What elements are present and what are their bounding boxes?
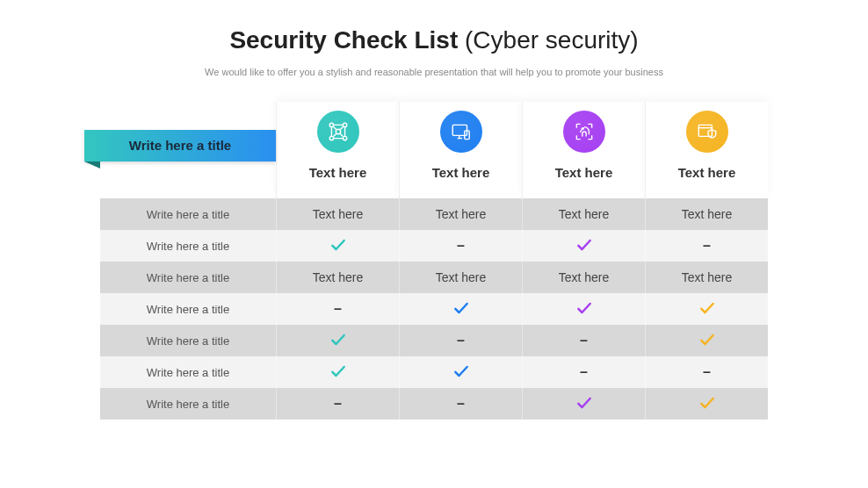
table-cell xyxy=(645,293,768,325)
network-icon xyxy=(317,111,359,153)
table-cell: – xyxy=(276,388,399,420)
table-cell xyxy=(645,325,768,356)
table-cell xyxy=(522,388,645,420)
table-cell xyxy=(276,325,399,356)
check-icon xyxy=(698,299,716,319)
table-cell: Text here xyxy=(522,262,645,293)
table-row: Write here a title–– xyxy=(100,388,768,420)
header-label-2: Text here xyxy=(432,165,490,180)
table-cell: Text here xyxy=(522,198,645,230)
table-cell xyxy=(399,356,522,388)
check-icon xyxy=(329,362,347,383)
row-label: Write here a title xyxy=(100,198,276,230)
check-icon xyxy=(698,331,716,351)
comparison-table: Write here a title Text here xyxy=(100,102,768,420)
title-bold: Security Check List xyxy=(229,26,458,54)
table-cell: – xyxy=(645,230,768,262)
table-cell: – xyxy=(522,356,645,388)
dash-icon: – xyxy=(457,396,465,412)
header-label-3: Text here xyxy=(555,165,613,180)
table-row: Write here a title–– xyxy=(100,325,768,356)
dash-icon: – xyxy=(457,238,465,254)
table-cell: – xyxy=(276,293,399,325)
browser-shield-icon xyxy=(686,111,728,153)
table-cell xyxy=(522,230,645,262)
table-cell: Text here xyxy=(276,198,399,230)
svg-point-0 xyxy=(329,123,333,126)
check-icon xyxy=(329,236,347,256)
svg-point-4 xyxy=(336,129,340,133)
header-label-cell: Write here a title xyxy=(100,102,276,198)
table-cell xyxy=(645,388,768,420)
title-light: (Cyber security) xyxy=(458,26,638,54)
header-col-1: Text here xyxy=(276,102,399,198)
row-label: Write here a title xyxy=(100,388,276,420)
dash-icon: – xyxy=(703,364,711,380)
dash-icon: – xyxy=(580,364,588,380)
table-cell: – xyxy=(522,325,645,356)
svg-point-1 xyxy=(343,123,346,126)
check-icon xyxy=(329,331,347,351)
table-row: Write here a title– xyxy=(100,293,768,325)
table-cell xyxy=(399,293,522,325)
monitor-icon xyxy=(440,111,482,153)
table-cell: Text here xyxy=(645,262,768,293)
fingerprint-icon xyxy=(563,111,605,153)
dash-icon: – xyxy=(580,333,588,348)
dash-icon: – xyxy=(457,333,465,348)
table-cell: Text here xyxy=(276,262,399,293)
svg-point-2 xyxy=(329,136,333,140)
dash-icon: – xyxy=(334,396,342,412)
table-cell: – xyxy=(399,325,522,356)
header-col-4: Text here xyxy=(645,102,768,198)
table-cell: Text here xyxy=(399,198,522,230)
check-icon xyxy=(575,236,593,256)
check-icon xyxy=(698,394,716,414)
slide: Security Check List (Cyber security) We … xyxy=(0,0,868,488)
row-label: Write here a title xyxy=(100,230,276,262)
table-cell xyxy=(522,293,645,325)
dash-icon: – xyxy=(334,301,342,317)
check-icon xyxy=(452,299,470,319)
row-label: Write here a title xyxy=(100,325,276,356)
table-cell xyxy=(276,230,399,262)
slide-subtitle: We would like to offer you a stylish and… xyxy=(53,67,815,77)
slide-title: Security Check List (Cyber security) xyxy=(53,26,815,54)
table-body: Write here a titleText hereText hereText… xyxy=(100,198,768,420)
header-label-4: Text here xyxy=(678,165,736,180)
table-cell: – xyxy=(645,356,768,388)
check-icon xyxy=(452,362,470,383)
check-icon xyxy=(575,394,593,414)
ribbon-title: Write here a title xyxy=(84,130,276,161)
table-cell: – xyxy=(399,388,522,420)
header-col-2: Text here xyxy=(399,102,522,198)
table-row: Write here a title–– xyxy=(100,230,768,262)
table-cell: Text here xyxy=(399,262,522,293)
header-label-1: Text here xyxy=(309,165,367,180)
table-row: Write here a titleText hereText hereText… xyxy=(100,262,768,293)
table-header-row: Write here a title Text here xyxy=(100,102,768,198)
table-cell: – xyxy=(399,230,522,262)
header-col-3: Text here xyxy=(522,102,645,198)
table-cell: Text here xyxy=(645,198,768,230)
table-row: Write here a title–– xyxy=(100,356,768,388)
row-label: Write here a title xyxy=(100,262,276,293)
table-row: Write here a titleText hereText hereText… xyxy=(100,198,768,230)
check-icon xyxy=(575,299,593,319)
row-label: Write here a title xyxy=(100,293,276,325)
dash-icon: – xyxy=(703,238,711,254)
row-label: Write here a title xyxy=(100,356,276,388)
svg-point-3 xyxy=(343,136,346,140)
table-cell xyxy=(276,356,399,388)
